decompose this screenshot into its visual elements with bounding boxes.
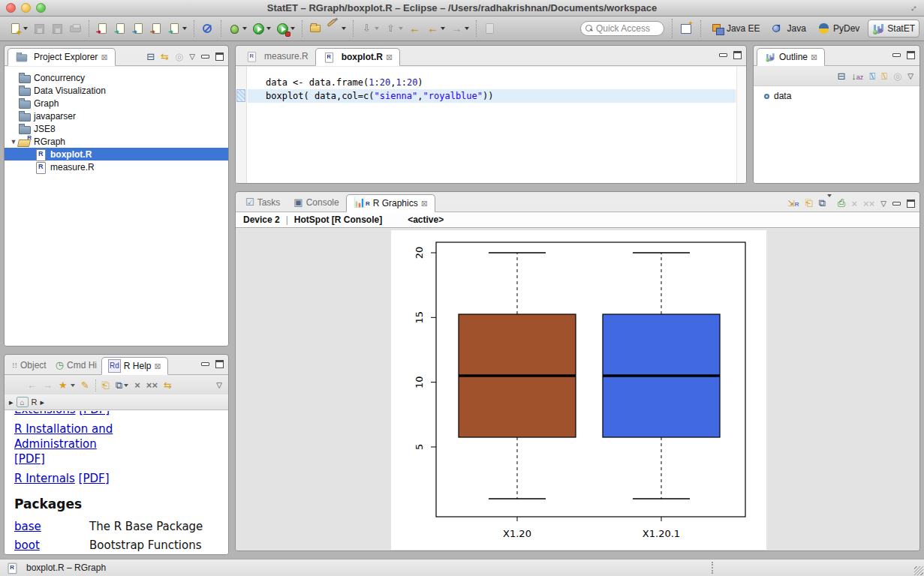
run-r-snippet-button[interactable]: R➜ (95, 20, 110, 38)
collapse-all-button[interactable]: ⊟ (146, 51, 155, 62)
open-in-new-page-button[interactable]: ⎗ (102, 380, 110, 392)
hide-common-functions-button[interactable]: ⍂ (869, 70, 875, 82)
breadcrumb-arrow-icon[interactable]: ▸ (40, 398, 44, 407)
view-menu-button[interactable]: ▽ (880, 200, 886, 208)
new-wizard-button[interactable]: ✦ (8, 20, 29, 38)
view-menu-button[interactable]: ▽ (907, 72, 913, 80)
run-r-selection-button[interactable]: R➜ (113, 20, 128, 38)
tree-item-boxplot-r[interactable]: boxplot.R (5, 148, 228, 160)
code-editor[interactable]: data <- data.frame(1:20,1:20)boxplot( da… (236, 67, 746, 183)
maximize-view-button[interactable] (215, 360, 224, 368)
open-perspective-button[interactable] (679, 20, 694, 38)
maximize-view-button[interactable] (215, 52, 224, 61)
print-button[interactable] (68, 20, 83, 38)
breadcrumb-arrow-icon[interactable]: ▸ (9, 398, 14, 407)
close-icon[interactable]: ⊠ (155, 362, 161, 370)
skip-breakpoints-button[interactable] (200, 20, 215, 38)
tree-item-rgraph[interactable]: ▼RGraph (5, 135, 228, 148)
pages-list-button[interactable]: ⧉ (819, 197, 832, 209)
tab-r-help[interactable]: Rd R Help ⊠ (101, 357, 168, 375)
maximize-view-button[interactable] (907, 200, 915, 208)
edit-page-button[interactable]: ✎ (81, 380, 89, 391)
maximize-view-button[interactable] (733, 51, 742, 59)
r-plot-device[interactable]: 5101520X1.20X1.20.1 (391, 230, 766, 550)
tab-boxplot-r[interactable]: boxplot.R ⊠ (315, 48, 401, 66)
help-link[interactable]: [PDF] (79, 411, 110, 416)
editor-scrollbar[interactable] (736, 67, 746, 183)
resize-fit-r-button[interactable]: ⇲R (787, 199, 799, 208)
bookmarks-button[interactable]: ★ (59, 380, 68, 391)
collapse-all-button[interactable]: ⊟ (837, 70, 845, 82)
close-page-button[interactable]: × (134, 380, 140, 391)
link-with-editor-button[interactable]: ⇆ (161, 51, 169, 62)
device-label[interactable]: Device 2 (243, 214, 280, 225)
close-icon[interactable]: ⊠ (421, 200, 428, 208)
outline-item-data[interactable]: data (754, 86, 919, 101)
back-button[interactable]: ← (425, 20, 447, 38)
perspective-java[interactable]: Java (769, 20, 810, 37)
tab-cmd-history[interactable]: ◷ Cmd Hi (51, 356, 101, 374)
tree-item-data-visualization[interactable]: Data Visualization (5, 84, 228, 97)
minimize-view-button[interactable] (719, 53, 727, 57)
tree-item-jse8[interactable]: JSE8 (5, 122, 228, 135)
help-link[interactable]: R Installation and (14, 422, 113, 436)
tree-item-javaparser[interactable]: javaparser (5, 110, 228, 122)
hide-assignments-button[interactable]: ⍂ (881, 70, 887, 82)
close-icon[interactable]: ⊠ (101, 53, 107, 62)
help-link[interactable]: Extensions (14, 411, 75, 416)
breadcrumb-r[interactable]: R (32, 398, 38, 406)
tree-item-concurrency[interactable]: Concurrency (5, 71, 228, 84)
close-all-pages-button[interactable]: ×× (863, 198, 874, 209)
tab-console[interactable]: ▣ Console (287, 194, 345, 212)
debug-button[interactable] (227, 20, 248, 38)
code-line-2[interactable]: boxplot( data,col=c("sienna","royalblue"… (248, 89, 736, 103)
home-icon[interactable]: ⌂ (17, 397, 29, 407)
quick-access-box[interactable] (580, 21, 664, 36)
help-back-button[interactable]: ← (27, 380, 37, 391)
previous-annotation-button[interactable]: ⇧ (383, 20, 405, 38)
window-resize-grip[interactable] (914, 566, 923, 575)
save-button[interactable] (32, 20, 47, 38)
code-line-1[interactable]: data <- data.frame(1:20,1:20) (248, 76, 736, 89)
maximize-view-button[interactable] (907, 51, 915, 59)
view-menu-button[interactable]: ▽ (189, 52, 195, 61)
focus-on-active-task-button[interactable]: ◎ (175, 51, 183, 62)
minimize-view-button[interactable] (201, 55, 209, 58)
minimize-view-button[interactable] (892, 53, 901, 57)
close-all-pages-button[interactable]: ×× (146, 380, 158, 391)
pin-editor-button[interactable] (482, 20, 498, 38)
annotation-ruler[interactable] (236, 67, 247, 183)
minimize-view-button[interactable] (201, 362, 209, 366)
run-external-button[interactable] (275, 20, 296, 38)
package-link-boot[interactable]: boot (14, 538, 89, 554)
help-link[interactable]: [PDF] (14, 452, 45, 466)
close-icon[interactable]: ⊠ (386, 53, 393, 62)
close-icon[interactable]: ⊠ (811, 53, 817, 62)
run-r-paragraph-button[interactable]: R➜ (149, 20, 164, 38)
tab-measure-r[interactable]: measure.R (239, 47, 315, 65)
view-menu-button[interactable]: ▽ (216, 381, 222, 389)
run-r-file-button[interactable]: R➜ (167, 20, 188, 38)
tree-item-graph[interactable]: Graph (5, 97, 228, 110)
help-link[interactable]: R Internals (14, 472, 75, 485)
focus-button[interactable]: ◎ (893, 70, 901, 82)
refresh-button[interactable]: ⇆ (164, 380, 172, 391)
tab-outline[interactable]: Outline ⊠ (757, 48, 825, 66)
quick-access-input[interactable] (596, 23, 656, 34)
perspective-java-ee[interactable]: Java EE (708, 20, 764, 37)
pin-page-button[interactable]: ⎙ (838, 197, 845, 209)
perspective-pydev[interactable]: PyDev (814, 20, 863, 37)
help-forward-button[interactable]: → (43, 380, 53, 391)
minimize-view-button[interactable] (892, 202, 901, 206)
help-link[interactable]: Administration (14, 437, 97, 451)
open-in-new-page-button[interactable]: ⎗ (805, 197, 812, 209)
open-resource-button[interactable] (308, 20, 324, 38)
help-link[interactable]: [PDF] (79, 472, 110, 485)
forward-button[interactable]: → (449, 20, 471, 38)
perspective-statet[interactable]: StatET (868, 20, 919, 38)
mark-occurrences-button[interactable] (326, 20, 348, 38)
package-link-base[interactable]: base (14, 519, 89, 535)
next-annotation-button[interactable]: ⇩ (359, 20, 381, 38)
tab-tasks[interactable]: ☑ Tasks (239, 194, 287, 212)
last-edit-location-button[interactable]: ← (407, 20, 423, 38)
